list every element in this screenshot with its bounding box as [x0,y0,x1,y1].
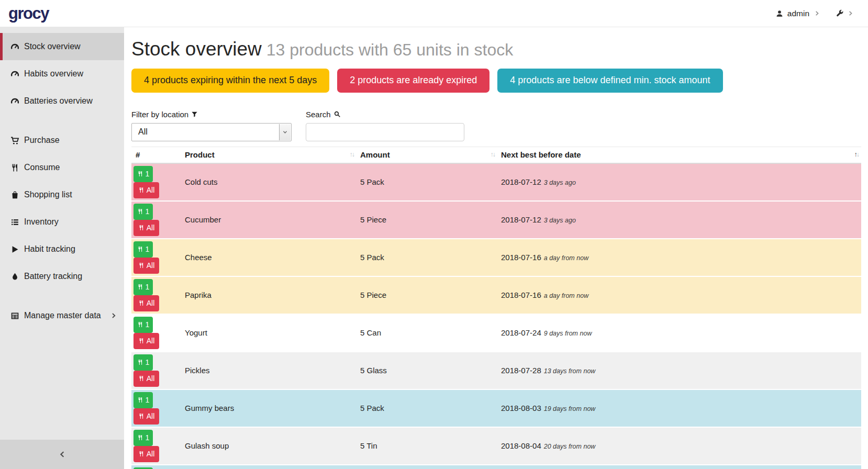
consume-all-button[interactable]: All [133,446,159,462]
settings-menu[interactable] [836,9,853,18]
column-header-best-before-date[interactable]: Next best before date↑↓ [497,147,861,163]
row-actions: 1 All [131,352,181,389]
column-header-product[interactable]: Product↑↓ [181,147,357,163]
product-name-cell: Pickles [181,352,357,389]
sidebar-item-label: Purchase [24,136,60,145]
relative-time: 3 days ago [544,217,576,224]
date-value: 2018-07-12 [501,215,541,224]
status-alerts: 4 products expiring within the next 5 da… [131,69,861,93]
product-name-cell: Cheese [181,239,357,276]
sidebar: Stock overview Habits overview Batteries… [0,27,124,469]
best-before-date-cell: 2019-01-106 months from now [497,465,861,469]
sidebar-item-label: Stock overview [24,42,81,51]
search-filter: Search [306,110,464,141]
filter-bar: Filter by location All Search [131,110,861,141]
sidebar-item[interactable]: Habits overview [0,60,124,87]
date-value: 2018-08-04 [501,441,541,450]
consume-one-button[interactable]: 1 [133,354,153,371]
sidebar-item-label: Inventory [24,217,59,227]
consume-one-button[interactable]: 1 [133,241,153,258]
consume-one-button[interactable]: 1 [133,317,153,333]
sidebar-item[interactable]: Consume [0,154,124,181]
best-before-date-cell: 2018-07-123 days ago [497,163,861,201]
row-actions: 1 All [131,201,181,239]
status-alert-button[interactable]: 4 products are below defined min. stock … [497,69,722,93]
utensils-icon [137,171,143,177]
sidebar-item-manage-master-data[interactable]: Manage master data [0,302,124,329]
top-navbar: grocy admin [0,0,868,27]
table-icon [10,311,19,320]
chevron-left-icon [59,451,66,458]
consume-all-button[interactable]: All [133,371,159,387]
sidebar-item[interactable]: Purchase [0,127,124,154]
utensils-icon [137,397,143,403]
sidebar-item[interactable]: Battery tracking [0,263,124,290]
utensils-icon [138,225,144,231]
location-select[interactable]: All [131,123,292,141]
utensils-icon [137,208,143,215]
best-before-date-cell: 2018-07-249 days from now [497,314,861,352]
sidebar-item[interactable]: Inventory [0,208,124,236]
stock-table: # Product↑↓ Amount↑↓ Next best before da… [131,147,861,469]
best-before-date-cell: 2018-07-2813 days from now [497,352,861,389]
product-name-cell: Cookies [181,465,357,469]
relative-time: 19 days from now [544,405,596,412]
relative-time: 13 days from now [544,367,596,375]
droplet-icon [13,273,17,280]
utensils-icon [138,338,144,344]
filter-funnel-icon [191,111,198,118]
chevron-right-icon [814,10,820,16]
consume-one-button[interactable]: 1 [133,279,153,295]
status-alert-button[interactable]: 2 products are already expired [337,69,489,93]
sidebar-item-label: Consume [24,163,60,172]
product-name-cell: Paprika [181,276,357,314]
table-row: 1 All Pickles 5 Glass 2018-07-2813 days … [131,352,861,389]
utensils-icon [13,164,17,171]
date-value: 2018-07-12 [501,177,541,186]
amount-cell: 5 Pack [357,389,497,427]
best-before-date-cell: 2018-08-0319 days from now [497,389,861,427]
chevron-down-icon [283,130,287,135]
column-header-amount[interactable]: Amount↑↓ [357,147,497,163]
sidebar-item[interactable]: Shopping list [0,181,124,208]
product-name-cell: Cucumber [181,201,357,239]
wrench-icon [836,9,844,18]
sidebar-action-group: Purchase Consume Shopping list I [0,127,124,290]
utensils-icon [137,284,143,290]
page-title: Stock overview13 products with 65 units … [131,39,861,60]
consume-all-button[interactable]: All [133,258,159,274]
sidebar-overview-group: Stock overview Habits overview Batteries… [0,33,124,115]
amount-cell: 5 Pack [357,163,497,201]
consume-one-button[interactable]: 1 [133,392,153,408]
consume-all-button[interactable]: All [133,182,159,198]
search-input[interactable] [306,123,464,141]
select-dropdown-button[interactable] [279,124,291,140]
consume-all-button[interactable]: All [133,295,159,311]
consume-all-button[interactable]: All [133,408,159,425]
sidebar-item-label: Manage master data [24,311,101,320]
utensils-icon [137,321,143,328]
table-row: 1 All Gulash soup 5 Tin 2018-08-0420 day… [131,427,861,465]
sidebar-item[interactable]: Stock overview [0,33,124,60]
sort-icon: ↑↓ [350,151,354,158]
amount-cell: 5 Piece [357,276,497,314]
row-actions: 1 All [131,389,181,427]
date-value: 2018-08-03 [501,404,541,412]
row-actions: 1 All [131,163,181,201]
utensils-icon [137,434,143,441]
consume-one-button[interactable]: 1 [133,166,153,182]
user-menu[interactable]: admin [775,9,820,18]
table-row: 1 All Cucumber 5 Piece 2018-07-123 days … [131,201,861,239]
status-alert-button[interactable]: 4 products expiring within the next 5 da… [131,69,329,93]
product-name-cell: Gummy bears [181,389,357,427]
consume-one-button[interactable]: 1 [133,204,153,220]
sidebar-item[interactable]: Batteries overview [0,87,124,115]
consume-all-button[interactable]: All [133,333,159,349]
sidebar-collapse-button[interactable] [0,440,124,469]
row-actions: 1 All [131,465,181,469]
sidebar-item[interactable]: Habit tracking [0,236,124,263]
consume-all-button[interactable]: All [133,220,159,236]
consume-one-button[interactable]: 1 [133,430,153,446]
sidebar-item-label: Habits overview [24,69,83,79]
location-filter-label: Filter by location [131,110,292,119]
